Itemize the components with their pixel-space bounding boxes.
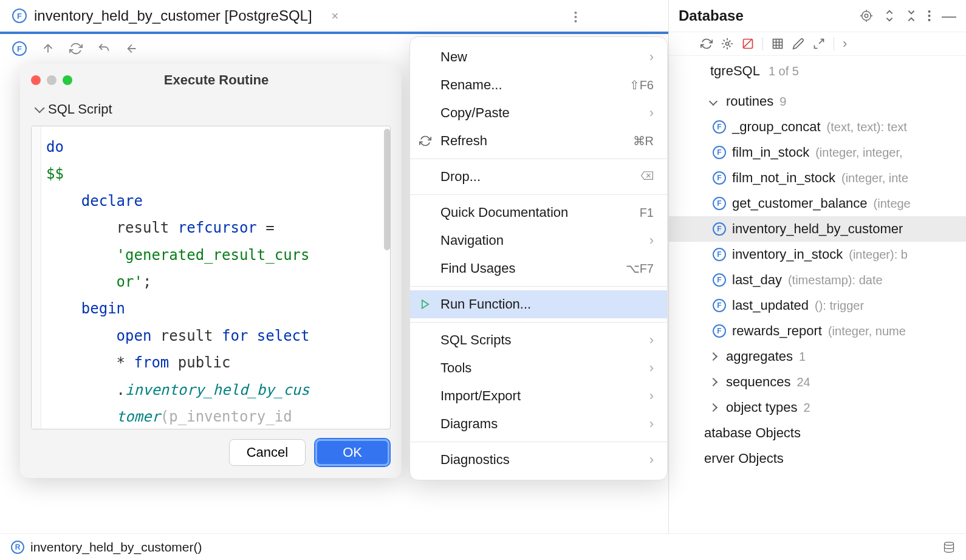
svg-point-12 <box>945 542 954 545</box>
function-signature: (integer, inte <box>841 171 908 185</box>
database-tree: routines 9 F_group_concat (text, text): … <box>669 86 966 474</box>
upload-icon[interactable] <box>41 42 55 55</box>
function-name: inventory_in_stock <box>732 247 843 262</box>
menu-label: Import/Export <box>440 388 521 404</box>
menu-label: Diagnostics <box>440 452 510 468</box>
close-icon[interactable]: × <box>332 9 339 23</box>
separator <box>834 37 834 50</box>
tree-label: aggregates <box>726 349 793 364</box>
function-icon[interactable]: F <box>12 41 27 56</box>
undo-icon[interactable] <box>97 42 111 55</box>
menu-rename[interactable]: Rename... ⇧F6 <box>410 71 667 99</box>
sql-code-area[interactable]: do $$ declare result refcursor = 'genera… <box>31 126 391 429</box>
context-menu: New › Rename... ⇧F6 Copy/Paste › Refresh… <box>409 36 668 480</box>
close-window-button[interactable] <box>31 75 41 85</box>
database-icon <box>943 541 955 553</box>
svg-marker-3 <box>422 300 429 309</box>
tree-function-item[interactable]: Ffilm_in_stock (integer, integer, <box>669 140 966 165</box>
menu-copy-paste[interactable]: Copy/Paste › <box>410 99 667 127</box>
count-badge: 1 <box>799 350 806 364</box>
back-icon[interactable] <box>125 42 139 55</box>
menu-label: Navigation <box>440 233 504 248</box>
menu-tools[interactable]: Tools › <box>410 354 667 382</box>
tree-function-item[interactable]: Flast_day (timestamp): date <box>669 267 966 293</box>
menu-drop[interactable]: Drop... <box>410 163 667 191</box>
tree-sequences[interactable]: sequences 24 <box>669 369 966 395</box>
database-title: Database <box>679 7 852 24</box>
kebab-icon[interactable] <box>928 10 931 22</box>
shortcut: F1 <box>640 206 654 220</box>
menu-sql-scripts[interactable]: SQL Scripts › <box>410 326 667 354</box>
menu-label: Drop... <box>440 169 481 185</box>
menu-separator <box>410 322 667 323</box>
svg-point-4 <box>862 12 871 21</box>
tree-aggregates[interactable]: aggregates 1 <box>669 344 966 369</box>
tree-routines[interactable]: routines 9 <box>669 89 966 114</box>
target-icon[interactable] <box>860 9 873 22</box>
jump-icon[interactable] <box>813 38 825 50</box>
chevron-down-icon <box>35 103 45 113</box>
menu-run-function[interactable]: Run Function... <box>410 290 667 318</box>
tree-label: atabase Objects <box>704 425 801 441</box>
tree-function-item[interactable]: Fget_customer_balance (intege <box>669 191 966 216</box>
menu-label: New <box>440 49 467 65</box>
tree-function-item[interactable]: Finventory_in_stock (integer): b <box>669 242 966 267</box>
chevron-right-icon[interactable]: › <box>843 36 847 52</box>
menu-label: Refresh <box>440 133 487 149</box>
function-name: rewards_report <box>732 323 822 339</box>
menu-import-export[interactable]: Import/Export › <box>410 382 667 410</box>
tree-database-objects[interactable]: atabase Objects <box>669 420 966 446</box>
code-content[interactable]: do $$ declare result refcursor = 'genera… <box>32 126 390 429</box>
gear-icon[interactable] <box>721 38 733 50</box>
menu-quick-documentation[interactable]: Quick Documentation F1 <box>410 199 667 227</box>
svg-point-2 <box>575 20 577 22</box>
expand-icon[interactable] <box>884 9 895 22</box>
function-name: inventory_held_by_customer <box>732 221 903 237</box>
table-icon[interactable] <box>772 38 784 50</box>
chevron-right-icon: › <box>649 49 654 65</box>
tree-object-types[interactable]: object types 2 <box>669 395 966 420</box>
database-breadcrumb[interactable]: tgreSQL 1 of 5 <box>669 56 966 86</box>
menu-diagrams[interactable]: Diagrams › <box>410 410 667 438</box>
sql-script-section-header[interactable]: SQL Script <box>20 97 402 126</box>
kebab-menu-icon[interactable] <box>574 11 577 26</box>
stop-icon[interactable] <box>742 38 754 50</box>
chevron-right-icon: › <box>649 360 654 376</box>
ok-button[interactable]: OK <box>315 439 389 466</box>
tree-function-item[interactable]: Flast_updated (): trigger <box>669 293 966 318</box>
execute-routine-dialog: Execute Routine SQL Script do $$ declare… <box>20 64 402 478</box>
chevron-right-icon: › <box>649 332 654 348</box>
menu-find-usages[interactable]: Find Usages ⌥F7 <box>410 254 667 282</box>
separator <box>762 37 763 50</box>
cancel-button[interactable]: Cancel <box>229 439 306 466</box>
tree-function-item[interactable]: Ffilm_not_in_stock (integer, inte <box>669 165 966 191</box>
function-icon: F <box>713 273 726 287</box>
chevron-down-icon <box>709 97 718 106</box>
refresh-icon[interactable] <box>69 42 83 55</box>
svg-point-5 <box>865 14 868 18</box>
tree-server-objects[interactable]: erver Objects <box>669 446 966 471</box>
scrollbar[interactable] <box>384 129 390 250</box>
menu-new[interactable]: New › <box>410 43 667 71</box>
editor-tab[interactable]: F inventory_held_by_customer [PostgreSQL… <box>12 7 338 24</box>
menu-diagnostics[interactable]: Diagnostics › <box>410 446 667 474</box>
tree-label: object types <box>726 400 797 415</box>
menu-navigation[interactable]: Navigation › <box>410 227 667 254</box>
shortcut: ⌘R <box>633 134 654 148</box>
collapse-icon[interactable] <box>906 9 917 22</box>
function-name: get_customer_balance <box>732 196 868 211</box>
menu-refresh[interactable]: Refresh ⌘R <box>410 127 667 155</box>
tree-function-item[interactable]: F_group_concat (text, text): text <box>669 114 966 140</box>
function-icon: F <box>713 120 726 134</box>
refresh-icon[interactable] <box>701 38 713 50</box>
minimize-icon[interactable]: — <box>942 7 956 24</box>
tree-function-item[interactable]: Finventory_held_by_customer <box>669 216 966 242</box>
function-name: _group_concat <box>732 119 821 135</box>
dialog-titlebar: Execute Routine <box>20 64 402 97</box>
edit-icon[interactable] <box>792 38 804 50</box>
chevron-right-icon: › <box>649 105 654 121</box>
chevron-right-icon: › <box>649 416 654 432</box>
shortcut: ⇧F6 <box>629 78 654 92</box>
tree-function-item[interactable]: Frewards_report (integer, nume <box>669 318 966 344</box>
delete-icon <box>640 170 654 184</box>
